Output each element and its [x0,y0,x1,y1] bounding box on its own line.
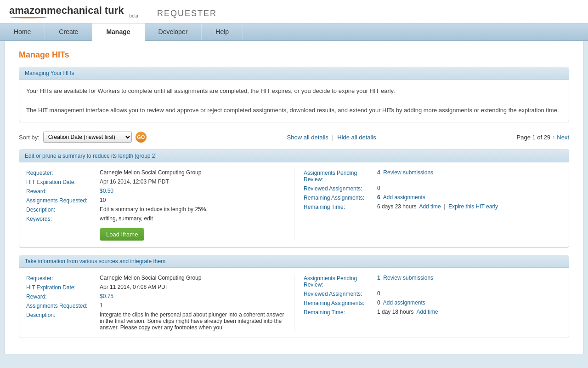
sort-label: Sort by: [19,134,40,141]
pending-value-2: 1 Review submissions [377,275,562,288]
remaining-time-text-2: 1 day 18 hours [377,309,413,315]
remaining-time-value-1: 6 days 23 hours Add time | Expire this H… [377,203,562,210]
assignments-requested-label-1: Assignments Requested: [26,197,100,204]
reviewed-label-1: Reviewed Assignments: [304,185,377,192]
hide-all-details-link[interactable]: Hide all details [337,134,376,141]
nav-manage[interactable]: Manage [92,23,144,41]
info-box-body: Your HITs are available for Workers to c… [19,80,569,122]
hit-card-1-header: Edit or prune a summary to reduce its le… [19,150,569,162]
pagination-area: Page 1 of 29 › Next [517,134,569,141]
amazon-text: amazon [9,5,47,16]
reward-value-1: $0.50 [100,188,285,195]
add-time-link-2[interactable]: Add time [416,309,438,315]
pending-value-1: 4 Review submissions [377,169,562,183]
hit-card-2-right: Assignments Pending Review: 1 Review sub… [294,275,562,331]
remaining-count-2: 0 [377,299,380,306]
add-time-link-1[interactable]: Add time [419,203,441,210]
description-value-2: Integrate the clips in the personal pad … [100,311,285,331]
review-submissions-link-2[interactable]: Review submissions [383,275,433,281]
add-assignments-link-1[interactable]: Add assignments [383,194,425,201]
sort-area: Sort by: Creation Date (newest first) Cr… [19,132,147,143]
description-label-1: Description: [26,206,100,213]
navigation: Home Create Manage Developer Help [0,23,588,41]
remaining-time-value-2: 1 day 18 hours Add time [377,309,562,316]
page-wrapper: amazonmechanical turk beta REQUESTER Hom… [0,0,588,368]
hit-card-2-left: Requester: Carnegie Mellon Social Comput… [26,275,294,331]
content-wrapper: Manage HITs Managing Your HITs Your HITs… [5,41,583,354]
requester-label-1: Requester: [26,169,100,176]
requester-value-1: Carnegie Mellon Social Computing Group [100,169,285,176]
beta-badge: beta [129,13,138,18]
logo: amazonmechanical turk [9,5,124,18]
keywords-value-1: writing, summary, edit [100,215,285,222]
hit-card-2-header: Take information from various sources an… [19,255,569,268]
reward-label-2: Reward: [26,293,100,300]
logo-area: amazonmechanical turk beta REQUESTER [9,5,217,18]
reviewed-label-2: Reviewed Assignments: [304,290,377,297]
hit-card-1: Edit or prune a summary to reduce its le… [19,150,569,248]
reviewed-value-2: 0 [377,290,562,297]
nav-create[interactable]: Create [45,23,92,40]
hit-card-1-title-link[interactable]: Edit or prune a summary to reduce its le… [25,153,157,159]
logo-text: amazonmechanical turk [9,5,124,16]
assignments-requested-value-1: 10 [100,197,285,204]
load-iframe-button-1[interactable]: Load Iframe [100,228,144,241]
remaining-assignments-value-1: 6 Add assignments [377,194,562,201]
hit-card-1-left: Requester: Carnegie Mellon Social Comput… [26,169,294,241]
pending-count-2: 1 [377,275,380,281]
next-arrow-icon: › [553,134,554,140]
page-text: Page 1 of 29 [517,134,551,141]
info-box-header: Managing Your HITs [19,67,569,80]
description-label-2: Description: [26,311,100,331]
pending-label-1: Assignments Pending Review: [304,169,377,183]
sort-select[interactable]: Creation Date (newest first) Creation Da… [43,132,132,143]
expire-hit-link-1[interactable]: Expire this HIT early [448,203,498,210]
mechanical-text: mechanical turk [47,5,124,16]
remaining-time-label-2: Remaining Time: [304,309,377,316]
pending-count-1: 4 [377,169,380,176]
info-paragraph-2: The HIT management interface allows you … [26,106,562,115]
hit-card-1-right: Assignments Pending Review: 4 Review sub… [294,169,562,241]
expiration-value-2: Apr 11 2014, 07:08 AM PDT [100,284,285,291]
add-assignments-link-2[interactable]: Add assignments [383,299,425,306]
pending-label-2: Assignments Pending Review: [304,275,377,288]
hit-card-2: Take information from various sources an… [19,255,569,338]
requester-label: REQUESTER [150,9,217,18]
nav-home[interactable]: Home [0,23,45,40]
remaining-assignments-label-1: Remaining Assignments: [304,194,377,201]
go-button[interactable]: GO [136,132,147,143]
next-link[interactable]: Next [557,134,569,141]
remaining-time-text-1: 6 days 23 hours [377,203,416,210]
hit-card-1-body: Requester: Carnegie Mellon Social Comput… [19,162,569,247]
assignments-requested-label-2: Assignments Requested: [26,302,100,309]
nav-developer[interactable]: Developer [145,23,202,40]
remaining-time-label-1: Remaining Time: [304,203,377,210]
review-submissions-link-1[interactable]: Review submissions [383,169,433,176]
assignments-requested-value-2: 1 [100,302,285,309]
keywords-label-1: Keywords: [26,215,100,222]
load-iframe-btn-area-1: Load Iframe [100,224,285,241]
separator: | [332,134,334,141]
reward-value-2: $0.75 [100,293,285,300]
reviewed-value-1: 0 [377,185,562,192]
hit-card-2-body: Requester: Carnegie Mellon Social Comput… [19,268,569,338]
pipe-sep-1: | [444,203,445,210]
expiration-value-1: Apr 16 2014, 12:03 PM PDT [100,178,285,185]
info-paragraph-1: Your HITs are available for Workers to c… [26,86,562,96]
show-all-details-link[interactable]: Show all details [287,134,328,141]
expiration-label-2: HIT Expiration Date: [26,284,100,291]
reward-label-1: Reward: [26,188,100,195]
nav-help[interactable]: Help [202,23,243,40]
header: amazonmechanical turk beta REQUESTER [0,0,588,23]
info-box: Managing Your HITs Your HITs are availab… [19,67,569,122]
remaining-count-1: 6 [377,194,380,201]
description-value-1: Edit a summary to reduce its length by 2… [100,206,285,213]
controls-bar: Sort by: Creation Date (newest first) Cr… [19,132,569,143]
requester-value-2: Carnegie Mellon Social Computing Group [100,275,285,282]
expiration-label-1: HIT Expiration Date: [26,178,100,185]
remaining-assignments-label-2: Remaining Assignments: [304,299,377,306]
links-area: Show all details | Hide all details [287,134,376,141]
hit-card-2-title-link[interactable]: Take information from various sources an… [25,258,165,264]
remaining-assignments-value-2: 0 Add assignments [377,299,562,306]
managing-hits-link[interactable]: Managing Your HITs [25,70,74,76]
